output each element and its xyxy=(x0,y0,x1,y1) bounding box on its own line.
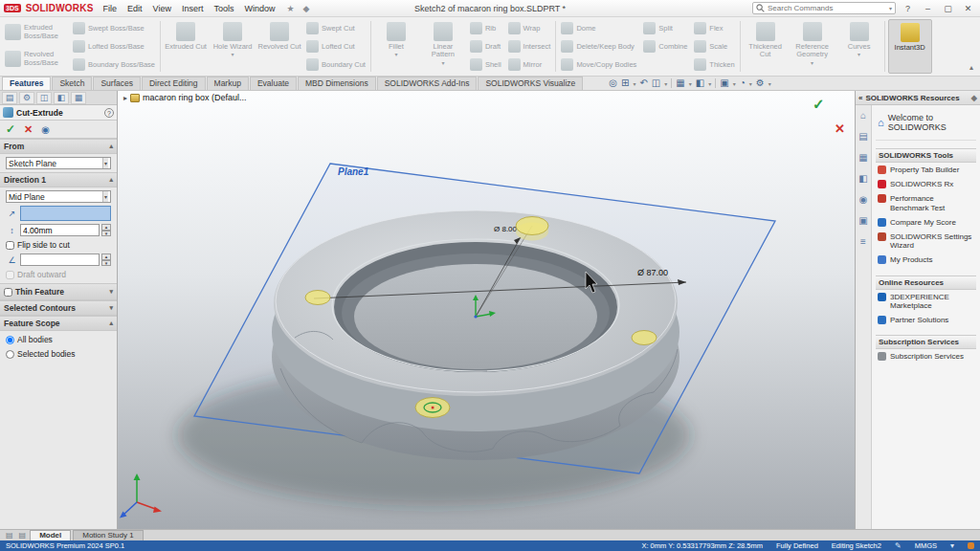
shell-button[interactable]: Shell xyxy=(468,55,503,73)
zoom-fit-button[interactable]: ◎ xyxy=(609,77,617,89)
draft-angle-input[interactable] xyxy=(20,253,100,266)
part-name[interactable]: macaron ring box (Defaul... xyxy=(143,93,247,102)
property-manager-tab[interactable]: ⚙ xyxy=(19,92,34,104)
from-section-header[interactable]: From ▴ xyxy=(0,139,117,154)
instant3d-button[interactable]: Instant3D xyxy=(888,19,932,74)
tab-solidworks-add-ins[interactable]: SOLIDWORKS Add-Ins xyxy=(377,77,478,90)
pin-menu-icon[interactable]: ◆ xyxy=(301,4,312,13)
selected-contours-section-header[interactable]: Selected Contours ▾ xyxy=(0,300,117,316)
hide-show-items-button[interactable]: ▣ xyxy=(720,77,728,89)
pin-icon[interactable]: ◆ xyxy=(971,94,977,102)
my-products-link[interactable]: My Products xyxy=(876,253,976,267)
tab-features[interactable]: Features xyxy=(2,77,51,90)
rib-button[interactable]: Rib xyxy=(468,19,503,36)
swept-boss-base-button[interactable]: Swept Boss/Base xyxy=(71,19,157,36)
star-icon[interactable]: ★ xyxy=(284,4,296,13)
menu-tools[interactable]: Tools xyxy=(209,2,238,15)
menu-edit[interactable]: Edit xyxy=(122,2,147,15)
delete-keep-body-button[interactable]: Delete/Keep Body xyxy=(559,37,638,55)
subscription-services-link[interactable]: Subscription Services xyxy=(876,349,976,364)
units-selector[interactable]: MMGS xyxy=(915,541,937,550)
tab-mbd-dimensions[interactable]: MBD Dimensions xyxy=(298,77,376,90)
linear-pattern-button[interactable]: Linear Pattern▾ xyxy=(421,19,465,74)
motion-study-tab[interactable]: Motion Study 1 xyxy=(73,530,143,540)
flex-button[interactable]: Flex xyxy=(692,19,736,36)
feature-tree-flyout[interactable]: ▸ macaron ring box (Defaul... xyxy=(123,93,247,102)
help-button[interactable]: ? xyxy=(900,4,916,13)
filmstrip-icon[interactable]: ▤ xyxy=(4,530,15,540)
view-orientation-button[interactable]: ▦ xyxy=(676,77,684,89)
performance-benchmark-link[interactable]: Performance Benchmark Test xyxy=(876,191,976,214)
tab-sketch[interactable]: Sketch xyxy=(52,77,92,90)
from-dropdown[interactable]: Sketch Plane ▾ xyxy=(6,157,111,169)
thin-feature-section-header[interactable]: Thin Feature ▾ xyxy=(0,283,117,300)
view-palette-icon[interactable]: ◧ xyxy=(858,174,867,184)
revolved-boss-base-button[interactable]: Revolved Boss/Base xyxy=(3,46,68,72)
mirror-button[interactable]: Mirror xyxy=(506,55,553,73)
dimxpert-manager-tab[interactable]: ◧ xyxy=(54,92,69,104)
all-bodies-radio[interactable]: All bodies xyxy=(6,334,111,345)
custom-properties-icon[interactable]: ▣ xyxy=(858,216,867,226)
chevron-right-icon[interactable]: ▸ xyxy=(123,94,127,102)
minimize-button[interactable]: – xyxy=(920,4,936,13)
fillet-button[interactable]: Fillet▾ xyxy=(374,19,418,74)
search-caret-icon[interactable]: ▾ xyxy=(889,5,892,11)
filmstrip-icon[interactable]: ▤ xyxy=(17,530,29,540)
compare-my-score-link[interactable]: Compare My Score xyxy=(876,215,976,230)
design-library-icon[interactable]: ▤ xyxy=(858,132,867,142)
extruded-cut-button[interactable]: Extruded Cut xyxy=(164,19,208,74)
collapse-ribbon-icon[interactable]: ▴ xyxy=(966,61,977,74)
thin-feature-checkbox[interactable] xyxy=(4,288,12,297)
resources-tab-icon[interactable]: ⌂ xyxy=(860,111,866,121)
selected-bodies-radio[interactable]: Selected bodies xyxy=(6,348,111,360)
depth-spinner[interactable]: ▴▾ xyxy=(101,224,111,236)
search-commands-box[interactable]: ▾ xyxy=(752,2,896,14)
hole-wizard-button[interactable]: Hole Wizard▾ xyxy=(211,19,255,74)
tab-solidworks-visualize[interactable]: SOLIDWORKS Visualize xyxy=(478,77,583,90)
configuration-manager-tab[interactable]: ◫ xyxy=(36,92,52,104)
3dexperience-marketplace-link[interactable]: 3DEXPERIENCE Marketplace xyxy=(876,290,976,313)
lofted-cut-button[interactable]: Lofted Cut xyxy=(304,37,368,55)
pm-ok-button[interactable]: ✓ xyxy=(6,122,15,136)
settings-wizard-link[interactable]: SOLIDWORKS Settings Wizard xyxy=(876,230,976,253)
menu-insert[interactable]: Insert xyxy=(177,2,209,15)
boundary-boss-base-button[interactable]: Boundary Boss/Base xyxy=(71,55,157,73)
reverse-direction-icon[interactable]: ↗ xyxy=(6,209,18,218)
tag-icon[interactable] xyxy=(968,542,974,549)
direction1-section-header[interactable]: Direction 1 ▴ xyxy=(0,172,117,187)
file-explorer-icon[interactable]: ▦ xyxy=(858,153,867,163)
draft-outward-checkbox[interactable]: Draft outward xyxy=(6,269,111,280)
confirm-ok-button[interactable]: ✓ xyxy=(813,96,825,113)
menu-window[interactable]: Window xyxy=(239,2,279,15)
boundary-cut-button[interactable]: Boundary Cut xyxy=(304,55,368,73)
flip-side-to-cut-checkbox[interactable]: Flip side to cut xyxy=(6,239,111,251)
revolved-cut-button[interactable]: Revolved Cut xyxy=(257,19,301,74)
direction-reference-field[interactable] xyxy=(20,206,111,221)
welcome-link[interactable]: ⌂ Welcome to SOLIDWORKS xyxy=(876,108,976,141)
confirm-cancel-button[interactable]: ✕ xyxy=(835,121,845,136)
pm-help-icon[interactable]: ? xyxy=(104,108,114,118)
lofted-boss-base-button[interactable]: Lofted Boss/Base xyxy=(71,37,157,55)
close-button[interactable]: ✕ xyxy=(960,4,976,13)
wrap-button[interactable]: Wrap xyxy=(506,19,553,36)
menu-file[interactable]: File xyxy=(99,2,122,15)
extruded-boss-base-button[interactable]: Extruded Boss/Base xyxy=(3,19,68,45)
swept-cut-button[interactable]: Swept Cut xyxy=(304,19,368,36)
draft-angle-icon[interactable]: ∠ xyxy=(6,255,18,265)
model-ring[interactable] xyxy=(272,210,679,460)
property-tab-builder-link[interactable]: Property Tab Builder xyxy=(876,163,976,177)
move-copy-bodies-button[interactable]: Move/Copy Bodies xyxy=(559,55,638,73)
dome-button[interactable]: Dome xyxy=(559,19,638,36)
tab-surfaces[interactable]: Surfaces xyxy=(93,77,141,90)
thickened-cut-button[interactable]: Thickened Cut xyxy=(744,19,788,74)
pm-preview-icon[interactable]: ◉ xyxy=(41,124,50,135)
dimension-8[interactable]: Ø 8.00 xyxy=(494,225,518,233)
zoom-area-button[interactable]: ⊞ xyxy=(621,77,629,89)
feature-manager-tree-tab[interactable]: ▤ xyxy=(2,92,17,104)
units-caret-icon[interactable]: ▾ xyxy=(950,541,954,550)
maximize-button[interactable]: ▢ xyxy=(940,4,956,13)
scale-button[interactable]: Scale xyxy=(692,37,736,55)
solidworks-rx-link[interactable]: SOLIDWORKS Rx xyxy=(876,177,976,191)
combine-button[interactable]: Combine xyxy=(641,37,689,55)
intersect-button[interactable]: Intersect xyxy=(506,37,553,55)
